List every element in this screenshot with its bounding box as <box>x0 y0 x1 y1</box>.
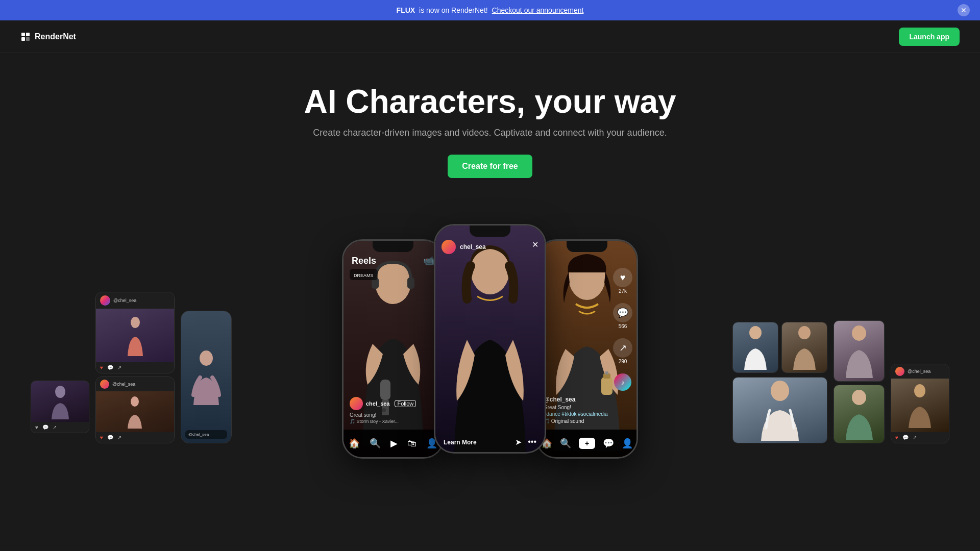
left-card-insta-post: @chel_sea ♥ 💬 ↗ <box>95 292 175 373</box>
phone-left-reels: Reels 📹 DREAMS chel_sea Follow <box>342 239 444 459</box>
reels-follow-btn[interactable]: Follow <box>395 400 416 407</box>
tiktok-nav-add-icon[interactable]: + <box>579 438 595 449</box>
right-card-photo2 <box>781 322 827 373</box>
logo-icon <box>20 32 31 42</box>
right-woman2-icon <box>791 325 819 370</box>
tiktok-username: @chel_sea <box>544 396 608 403</box>
announcement-link[interactable]: Checkout our announcement <box>492 6 584 14</box>
announcement-message: is now on RenderNet! <box>419 6 488 14</box>
hero-title: AI Characters, your way <box>304 84 676 119</box>
left-tall-caption: @chel_sea <box>188 432 224 437</box>
center-send-icon[interactable]: ➤ <box>515 437 522 447</box>
svg-point-21 <box>771 381 789 401</box>
announcement-close-button[interactable]: ✕ <box>958 4 970 16</box>
center-user-avatar <box>442 240 456 254</box>
svg-rect-1 <box>26 33 30 36</box>
right-insta-share-icon: ↗ <box>913 435 917 440</box>
reels-caption: Great song! <box>350 412 436 418</box>
right-insta-heart-icon: ♥ <box>895 435 898 440</box>
left-side-cards: ♥ 💬 ↗ @chel_sea <box>31 292 232 443</box>
tiktok-logo-icon: ♪ <box>614 373 631 391</box>
svg-point-5 <box>131 317 140 328</box>
hero-subtitle: Create character-driven images and video… <box>313 128 667 138</box>
center-woman-icon <box>439 238 541 452</box>
reels-bottom-nav: 🏠 🔍 ▶ 🛍 👤 <box>344 430 443 457</box>
left-card-insta-profile: ♥ 💬 ↗ <box>31 381 89 433</box>
svg-rect-0 <box>21 33 25 36</box>
logo-text: RenderNet <box>35 32 76 41</box>
phone-center-dm: chel_sea ✕ Learn More ➤ ••• <box>434 224 546 454</box>
left-card2-avatar <box>100 380 109 389</box>
phones-row: Reels 📹 DREAMS chel_sea Follow <box>342 224 638 464</box>
reels-tag-label: DREAMS <box>354 273 374 278</box>
reels-camera-icon: 📹 <box>423 255 434 266</box>
right-woman3-icon <box>757 380 803 441</box>
phone-right-notch <box>567 241 607 252</box>
right-insta-comment-icon: 💬 <box>902 435 909 440</box>
svg-point-4 <box>55 386 65 398</box>
tiktok-share-count: 290 <box>619 359 627 364</box>
left-card-woman3-icon <box>124 395 146 429</box>
left-tall-woman-icon <box>191 349 222 405</box>
tiktok-like-icon[interactable]: ♥ <box>613 268 632 287</box>
right-card-username: @chel_sea <box>908 369 930 374</box>
center-close-icon[interactable]: ✕ <box>532 240 538 249</box>
left-card-woman1-icon <box>47 384 73 419</box>
left-card2-heart-icon: ♥ <box>100 365 103 370</box>
tiktok-comment-icon[interactable]: 💬 <box>613 303 632 322</box>
svg-rect-18 <box>605 371 608 374</box>
tiktok-share-icon[interactable]: ↗ <box>613 338 632 358</box>
svg-point-20 <box>798 326 811 339</box>
announcement-flux-label: FLUX <box>397 6 415 14</box>
left-card3-comment-icon: 💬 <box>107 435 113 440</box>
svg-rect-10 <box>407 278 414 289</box>
announcement-banner: FLUX is now on RenderNet! Checkout our a… <box>0 0 980 20</box>
launch-app-button[interactable]: Launch app <box>899 28 960 46</box>
left-card3-share-icon: ↗ <box>117 435 121 440</box>
left-card2-comment-icon: 💬 <box>107 365 113 370</box>
right-insta-woman-icon <box>906 383 934 428</box>
tiktok-sound: 🎵 Original sound <box>544 418 608 424</box>
center-more-icon[interactable]: ••• <box>528 437 536 447</box>
left-card2-share-icon: ↗ <box>117 365 121 370</box>
reels-nav-reels-icon[interactable]: ▶ <box>390 438 398 449</box>
svg-point-19 <box>749 326 762 339</box>
logo: RenderNet <box>20 32 76 42</box>
phone-right-tiktok: ♥ 27k 💬 566 ↗ 290 ♪ <box>536 239 638 459</box>
tiktok-bottom-nav: 🏠 🔍 + 💬 👤 <box>537 430 636 457</box>
reels-nav-home-icon[interactable]: 🏠 <box>349 438 360 449</box>
svg-point-6 <box>131 396 139 407</box>
left-card-tall: @chel_sea <box>181 311 232 443</box>
right-woman5-icon <box>843 389 876 440</box>
left-card-woman2-icon <box>122 315 148 356</box>
phone-center-notch <box>470 226 510 237</box>
svg-rect-3 <box>26 37 30 41</box>
svg-point-22 <box>852 325 866 341</box>
svg-point-24 <box>914 384 925 397</box>
reels-label: Reels <box>352 256 376 266</box>
navbar: RenderNet Launch app <box>0 20 980 53</box>
right-card-avatar <box>895 367 904 376</box>
right-card-photo1 <box>732 322 778 373</box>
tiktok-nav-search-icon[interactable]: 🔍 <box>560 438 571 449</box>
right-woman4-icon <box>843 324 876 378</box>
tiktok-nav-profile-icon[interactable]: 👤 <box>622 438 633 449</box>
reels-user-avatar <box>350 397 363 410</box>
left-card-username1: @chel_sea <box>113 298 136 303</box>
reels-music: 🎵 Storm Boy - Xavier... <box>350 419 436 424</box>
left-card-avatar <box>100 295 110 306</box>
left-card1-comment-icon: 💬 <box>42 424 48 430</box>
reels-nav-search-icon[interactable]: 🔍 <box>370 438 381 449</box>
left-card3-heart-icon: ♥ <box>100 435 103 440</box>
center-learn-more[interactable]: Learn More <box>444 439 477 446</box>
tiktok-like-count: 27k <box>619 288 627 294</box>
tiktok-nav-messages-icon[interactable]: 💬 <box>603 438 614 449</box>
create-for-free-button[interactable]: Create for free <box>448 155 532 178</box>
right-side-cards: @chel_sea ♥ 💬 ↗ <box>732 320 949 443</box>
left-card-username2: @chel_sea <box>112 382 135 387</box>
left-card-insta-post2: @chel_sea ♥ 💬 ↗ <box>95 377 175 443</box>
reels-nav-shop-icon[interactable]: 🛍 <box>407 438 416 449</box>
svg-point-7 <box>200 350 213 366</box>
tiktok-tags: #dance #tiktok #socialmedia <box>544 411 608 417</box>
right-card-insta: @chel_sea ♥ 💬 ↗ <box>891 364 949 443</box>
